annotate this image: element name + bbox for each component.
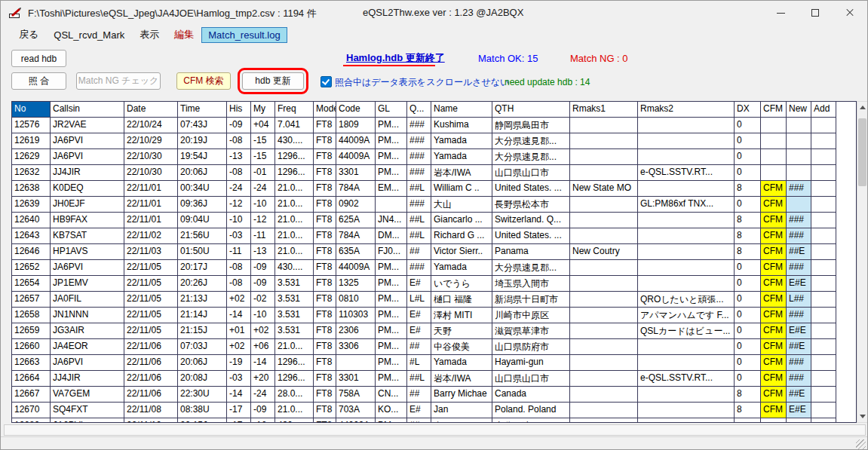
grid-cell[interactable]: CFM (761, 371, 787, 387)
table-row[interactable]: 12632JJ4JIR22/10/3020:06J-08-011296...FT… (12, 165, 856, 181)
grid-cell[interactable] (638, 228, 735, 244)
grid-cell[interactable]: 09:04U (178, 213, 227, 228)
column-header-my[interactable]: My (251, 102, 275, 118)
grid-cell[interactable]: -24 (227, 181, 251, 197)
grid-cell[interactable]: 0 (735, 118, 761, 133)
grid-cell[interactable]: L#L (407, 292, 431, 308)
grid-cell[interactable]: -13 (251, 244, 275, 260)
grid-cell[interactable]: FT8 (314, 197, 336, 213)
read-hdb-button[interactable]: read hdb (11, 50, 66, 67)
table-row[interactable]: 12664JJ4JIR22/11/0620:08J-03+201296...FT… (12, 371, 856, 387)
grid-cell[interactable]: CFM (761, 355, 787, 371)
grid-cell[interactable]: 12576 (12, 118, 51, 133)
grid-cell[interactable]: 0810 (336, 292, 376, 308)
table-row[interactable]: 12659JG3AIR22/11/0521:15J+01+023.531FT82… (12, 323, 856, 339)
grid-cell[interactable]: 44009A (336, 260, 376, 276)
grid-cell[interactable]: 12663 (12, 355, 51, 371)
grid-cell[interactable]: 22/10/30 (124, 165, 178, 181)
grid-cell[interactable] (570, 197, 638, 213)
grid-cell[interactable]: DM... (376, 228, 407, 244)
grid-cell[interactable] (811, 403, 836, 418)
grid-cell[interactable]: 44009A (336, 133, 376, 149)
grid-cell[interactable]: 新潟県十日町市 (492, 292, 570, 308)
table-row[interactable]: 12629JA6PVI22/10/3019:54J-13-151296...FT… (12, 149, 856, 165)
grid-cell[interactable]: CFM (761, 197, 787, 213)
grid-cell[interactable]: 22/11/06 (124, 371, 178, 387)
grid-cell[interactable]: CFM (761, 292, 787, 308)
grid-cell[interactable] (570, 418, 638, 423)
grid-cell[interactable]: ### (787, 371, 811, 387)
grid-cell[interactable]: 大山 (431, 197, 492, 213)
grid-cell[interactable]: New State MO (570, 181, 638, 197)
grid-cell[interactable]: FT8 (314, 387, 336, 403)
grid-cell[interactable]: ##L (407, 181, 431, 197)
grid-cell[interactable] (811, 118, 836, 133)
grid-cell[interactable]: -09 (227, 118, 251, 133)
maximize-button[interactable] (798, 1, 833, 25)
grid-cell[interactable]: 樋口 福隆 (431, 292, 492, 308)
grid-cell[interactable]: 22/11/05 (124, 292, 178, 308)
table-row[interactable]: 12658JN1NNN22/11/0521:14J-14-103.531FT81… (12, 308, 856, 323)
grid-cell[interactable]: PM... (376, 165, 407, 181)
grid-cell[interactable]: QSLカードはビュー... (638, 323, 735, 339)
grid-cell[interactable]: FT8 (314, 355, 336, 371)
grid-cell[interactable] (811, 339, 836, 355)
grid-cell[interactable]: 22/11/03 (124, 244, 178, 260)
grid-cell[interactable]: ### (787, 213, 811, 228)
table-row[interactable]: 12638K0DEQ22/11/0100:34U-24-2421.0...FT8… (12, 181, 856, 197)
grid-cell[interactable]: 0 (735, 276, 761, 292)
grid-cell[interactable]: 0 (735, 339, 761, 355)
table-row[interactable]: 12652JA6PVI22/11/0520:17J-08-09430....FT… (12, 260, 856, 276)
grid-cell[interactable]: 山... (431, 418, 492, 423)
grid-cell[interactable]: PM... (376, 118, 407, 133)
grid-cell[interactable]: 784A (336, 181, 376, 197)
grid-cell[interactable]: 430... (275, 418, 314, 423)
grid-cell[interactable]: Canada (492, 387, 570, 403)
grid-cell[interactable]: JH0EJF (51, 197, 124, 213)
grid-cell[interactable]: 澤村 MITI (431, 308, 492, 323)
grid-cell[interactable] (638, 418, 735, 423)
grid-cell[interactable]: CN... (376, 387, 407, 403)
grid-cell[interactable] (570, 403, 638, 418)
grid-cell[interactable]: JG3AIR (51, 323, 124, 339)
grid-cell[interactable]: 625A (336, 213, 376, 228)
grid-cell[interactable]: 8 (735, 181, 761, 197)
grid-cell[interactable] (570, 149, 638, 165)
grid-cell[interactable] (638, 276, 735, 292)
grid-cell[interactable]: 大分県速見郡... (492, 133, 570, 149)
grid-cell[interactable]: -11 (251, 228, 275, 244)
grid-cell[interactable] (811, 165, 836, 181)
grid-cell[interactable]: -10 (251, 197, 275, 213)
grid-cell[interactable]: CFM (761, 339, 787, 355)
vertical-scrollbar-thumb[interactable] (858, 118, 866, 186)
grid-cell[interactable]: 22:30U (178, 387, 227, 403)
grid-cell[interactable]: 岩本/IWA (431, 165, 492, 181)
grid-cell[interactable]: 01:50U (178, 244, 227, 260)
grid-cell[interactable]: -09 (251, 276, 275, 292)
grid-cell[interactable] (570, 355, 638, 371)
horizontal-scrollbar[interactable] (4, 424, 866, 436)
grid-cell[interactable]: 19:54J (178, 149, 227, 165)
grid-cell[interactable]: FT8 (314, 292, 336, 308)
grid-cell[interactable]: Yamada (431, 133, 492, 149)
grid-cell[interactable] (811, 323, 836, 339)
table-row[interactable]: 12576JR2VAE22/10/2407:43J-09+047.041FT81… (12, 118, 856, 133)
grid-cell[interactable] (811, 371, 836, 387)
grid-cell[interactable]: EM... (376, 181, 407, 197)
grid-cell[interactable]: FT8 (314, 371, 336, 387)
grid-cell[interactable]: 山口県山口市 (492, 165, 570, 181)
grid-cell[interactable]: 08:38U (178, 403, 227, 418)
grid-cell[interactable]: JA6PVI (51, 355, 124, 371)
grid-cell[interactable]: VA7GEM (51, 387, 124, 403)
grid-cell[interactable]: PM... (376, 371, 407, 387)
grid-cell[interactable]: -03 (227, 371, 251, 387)
hdb-update-button[interactable]: hdb 更新 (242, 72, 304, 90)
grid-cell[interactable]: ## (407, 244, 431, 260)
grid-cell[interactable]: -10 (227, 213, 251, 228)
grid-cell[interactable]: JJ4JIR (51, 371, 124, 387)
grid-cell[interactable] (638, 387, 735, 403)
grid-cell[interactable]: ### (407, 165, 431, 181)
grid-cell[interactable]: FT8 (314, 323, 336, 339)
grid-cell[interactable]: 1325 (336, 276, 376, 292)
grid-cell[interactable]: 22/11/12 (124, 418, 178, 423)
